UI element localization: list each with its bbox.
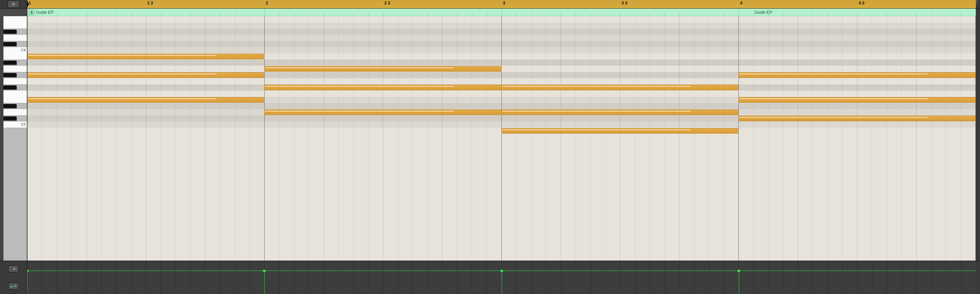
piano-black-key[interactable] bbox=[3, 73, 16, 77]
piano-white-key[interactable] bbox=[3, 22, 27, 29]
piano-white-key[interactable]: C3 bbox=[3, 122, 27, 128]
piano-white-key[interactable]: C4 bbox=[3, 47, 27, 54]
piano-black-key[interactable] bbox=[3, 116, 16, 121]
piano-black-key[interactable] bbox=[3, 85, 16, 90]
grid-line bbox=[427, 16, 428, 261]
midi-note[interactable] bbox=[27, 54, 264, 59]
grid-line bbox=[131, 16, 131, 261]
timeline-ruler[interactable]: 11 322 333 344 3 bbox=[27, 0, 976, 8]
piano-black-key[interactable] bbox=[3, 30, 16, 34]
grid-line bbox=[383, 16, 383, 261]
velocity-node[interactable] bbox=[263, 270, 266, 272]
grid-line bbox=[86, 16, 87, 261]
midi-note[interactable] bbox=[27, 97, 264, 103]
piano-key-label: C4 bbox=[21, 48, 25, 52]
piano-white-key[interactable] bbox=[3, 16, 27, 23]
midi-note[interactable] bbox=[501, 109, 738, 115]
grid-line bbox=[620, 16, 620, 261]
grid-line bbox=[916, 16, 916, 261]
automation-arrow-icon bbox=[11, 266, 16, 272]
grid-line bbox=[487, 16, 487, 261]
grid-line bbox=[442, 16, 442, 261]
piano-white-key[interactable] bbox=[3, 97, 27, 103]
lane-resize-button[interactable]: ▲▼ bbox=[8, 283, 19, 289]
midi-note[interactable] bbox=[264, 85, 501, 90]
grid-line bbox=[264, 16, 265, 261]
midi-note[interactable] bbox=[738, 97, 975, 103]
clip-play-icon[interactable] bbox=[29, 9, 35, 15]
piano-white-key[interactable] bbox=[3, 90, 27, 97]
grid-line bbox=[175, 16, 176, 261]
grid-line bbox=[724, 16, 724, 261]
grid-line bbox=[931, 16, 931, 261]
midi-clip-header[interactable]: Guide EP Guide EP bbox=[27, 9, 976, 16]
midi-note[interactable] bbox=[264, 66, 501, 72]
ruler-bar-label: 3 3 bbox=[622, 1, 627, 6]
note-grid[interactable] bbox=[27, 16, 976, 261]
catch-playhead-gutter bbox=[0, 0, 27, 8]
velocity-node[interactable] bbox=[500, 270, 503, 272]
grid-line bbox=[753, 16, 754, 261]
clip-name-label: Guide EP bbox=[36, 10, 53, 15]
grid-line bbox=[649, 16, 650, 261]
grid-line bbox=[768, 16, 768, 261]
grid-line bbox=[546, 16, 546, 261]
clip-header-row: Guide EP Guide EP bbox=[0, 9, 980, 16]
grid-line bbox=[457, 16, 457, 261]
grid-line bbox=[72, 16, 72, 261]
velocity-stem[interactable] bbox=[264, 270, 265, 294]
piano-white-key[interactable] bbox=[3, 53, 27, 60]
midi-note[interactable] bbox=[501, 128, 738, 134]
velocity-stem[interactable] bbox=[502, 270, 502, 294]
piano-black-key[interactable] bbox=[3, 61, 16, 65]
ruler-end-label: 5 bbox=[976, 0, 980, 8]
grid-line bbox=[353, 16, 353, 261]
automation-toggle-button[interactable] bbox=[8, 266, 19, 272]
velocity-lane-row: ▲▼ bbox=[0, 261, 980, 294]
midi-note[interactable] bbox=[27, 72, 264, 78]
grid-line bbox=[561, 16, 561, 261]
midi-note[interactable] bbox=[264, 109, 501, 115]
ruler-bar-label: 4 bbox=[740, 1, 743, 6]
grid-line bbox=[946, 16, 946, 261]
piano-keyboard[interactable]: C4C3 bbox=[0, 16, 27, 261]
ruler-bar-label: 1 bbox=[29, 1, 31, 6]
grid-line bbox=[664, 16, 665, 261]
piano-black-key[interactable] bbox=[3, 42, 16, 46]
clip-loop-label: Guide EP bbox=[754, 10, 772, 15]
midi-note[interactable] bbox=[738, 72, 975, 78]
grid-line bbox=[635, 16, 635, 261]
velocity-lane[interactable] bbox=[27, 261, 976, 294]
grid-line bbox=[235, 16, 235, 261]
grid-line bbox=[501, 16, 502, 261]
piano-black-key[interactable] bbox=[3, 104, 16, 108]
grid-line bbox=[57, 16, 57, 261]
grid-end-spacer bbox=[976, 16, 980, 261]
velocity-node[interactable] bbox=[737, 270, 740, 272]
catch-playhead-button[interactable] bbox=[8, 0, 19, 8]
velocity-stem[interactable] bbox=[739, 270, 739, 294]
grid-line bbox=[161, 16, 161, 261]
piano-white-key[interactable] bbox=[3, 66, 27, 72]
velocity-end-spacer bbox=[976, 261, 980, 294]
grid-line bbox=[694, 16, 694, 261]
midi-note[interactable] bbox=[738, 116, 975, 121]
clip-gutter bbox=[0, 9, 27, 16]
grid-line bbox=[738, 16, 739, 261]
midi-note[interactable] bbox=[501, 85, 738, 90]
piano-white-key[interactable] bbox=[3, 35, 27, 41]
grid-line bbox=[827, 16, 828, 261]
grid-line bbox=[975, 16, 976, 261]
piano-white-key[interactable] bbox=[3, 109, 27, 116]
grid-line bbox=[146, 16, 146, 261]
grid-line bbox=[709, 16, 709, 261]
grid-line bbox=[576, 16, 576, 261]
piano-white-key[interactable] bbox=[3, 78, 27, 85]
ruler-bar-label: 3 bbox=[503, 1, 506, 6]
download-icon bbox=[11, 1, 16, 7]
grid-line bbox=[961, 16, 961, 261]
vertical-scrollbar[interactable] bbox=[0, 16, 3, 261]
ruler-bar-label: 4 3 bbox=[859, 1, 865, 6]
velocity-node[interactable] bbox=[27, 270, 29, 272]
clip-end-spacer bbox=[976, 9, 980, 16]
